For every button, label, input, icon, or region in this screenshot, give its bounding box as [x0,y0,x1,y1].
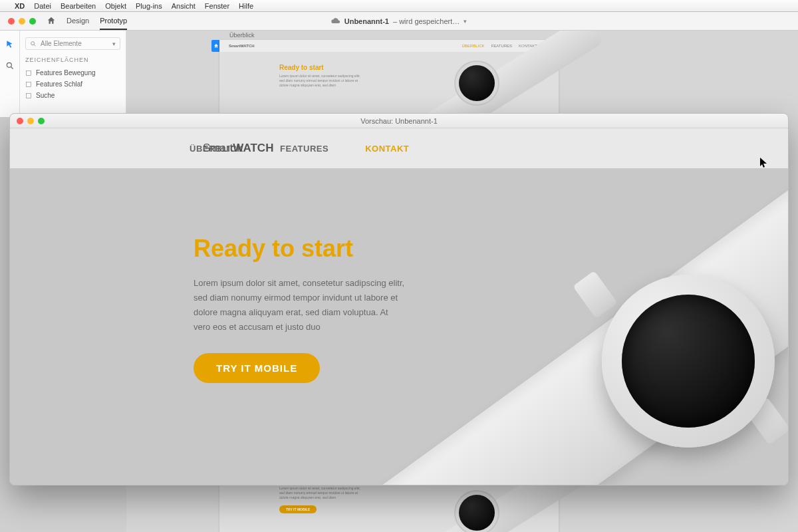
chevron-down-icon[interactable]: ▾ [464,18,467,25]
mini-watch-graphic [412,45,545,118]
layers-panel: Alle Elemente ▾ ZEICHENFLÄCHEN Features … [20,31,126,117]
layer-item[interactable]: Features Schlaf [25,78,120,90]
menu-item-plugins[interactable]: Plug-ins [136,2,162,10]
menu-item-window[interactable]: Fenster [205,2,229,10]
preview-content: SmartWATCH ÜBERBLICK FEATURES KONTAKT Re… [10,128,788,485]
mini-hero-body: Lorem ipsum dolor sit amet, consetetur s… [279,74,366,88]
tool-strip [0,31,20,117]
menu-item-edit[interactable]: Bearbeiten [61,2,96,10]
layer-item-label: Suche [36,92,55,99]
xd-app-toolbar: Design Prototyp Unbenannt-1 – wird gespe… [0,12,798,31]
document-status: – wird gespeichert… [393,17,460,25]
preview-window-title: Vorschau: Unbenannt-1 [360,117,438,125]
select-tool-icon[interactable] [5,40,15,52]
document-title[interactable]: Unbenannt-1 – wird gespeichert… ▾ [331,16,467,27]
site-nav: SmartWATCH ÜBERBLICK FEATURES KONTAKT [10,128,788,168]
preview-window: Vorschau: Unbenannt-1 SmartWATCH ÜBERBLI… [9,113,789,485]
layer-item-label: Features Bewegung [36,69,96,76]
artboards-section-title: ZEICHENFLÄCHEN [25,57,120,63]
mac-menubar: XD Datei Bearbeiten Objekt Plug-ins Ansi… [0,0,798,12]
mini-cta-button: TRY IT MOBILE [279,505,317,513]
hero-section: Ready to start Lorem ipsum dolor sit ame… [10,168,788,485]
chevron-down-icon[interactable]: ▾ [112,41,116,47]
svg-point-2 [31,41,35,45]
svg-point-0 [7,63,11,67]
svg-rect-4 [27,70,31,75]
zoom-window-button[interactable] [38,118,45,124]
hero-body: Lorem ipsum dolor sit amet, consetetur s… [194,276,406,334]
cta-button[interactable]: TRY IT MOBILE [194,353,320,383]
artboard-label[interactable]: Überblick [229,32,255,39]
xd-window-controls [8,18,36,25]
document-name: Unbenannt-1 [344,17,389,25]
tab-prototype[interactable]: Prototyp [100,13,127,30]
logo-thin: Smart [203,142,233,154]
nav-link-contact[interactable]: KONTAKT [365,144,409,154]
tab-design[interactable]: Design [66,13,89,30]
layers-search-input[interactable]: Alle Elemente ▾ [25,37,120,50]
logo-bold: WATCH [233,142,273,154]
zoom-window-button[interactable] [29,18,36,25]
menu-app-name[interactable]: XD [15,2,25,10]
home-icon[interactable] [47,16,56,27]
menu-item-view[interactable]: Ansicht [172,2,196,10]
close-window-button[interactable] [17,118,23,124]
menu-item-help[interactable]: Hilfe [239,2,253,10]
layer-item[interactable]: Features Bewegung [25,67,120,78]
svg-line-3 [34,45,35,46]
menu-item-file[interactable]: Datei [34,2,51,10]
artboard-overview[interactable]: SmartWATCH ÜBERBLICK FEATURES KONTAKT Re… [219,40,559,120]
hero-title: Ready to start [194,235,406,263]
minimize-window-button[interactable] [19,18,25,25]
zoom-tool-icon[interactable] [5,61,15,73]
svg-rect-6 [27,93,31,98]
cloud-icon [331,16,340,27]
layers-search-placeholder: Alle Elemente [41,40,82,47]
svg-line-1 [11,67,13,69]
svg-rect-5 [27,82,31,86]
site-logo[interactable]: SmartWATCH [203,142,273,155]
menu-item-object[interactable]: Objekt [105,2,126,10]
preview-titlebar[interactable]: Vorschau: Unbenannt-1 [10,114,788,128]
mini-logo: SmartWATCH [229,44,255,48]
nav-link-features[interactable]: FEATURES [280,144,329,154]
layer-item-label: Features Schlaf [36,80,82,88]
mini-hero-body: Lorem ipsum dolor sit amet, consetetur s… [279,486,366,500]
layer-item[interactable]: Suche [25,90,120,101]
close-window-button[interactable] [8,18,15,25]
minimize-window-button[interactable] [27,118,34,124]
